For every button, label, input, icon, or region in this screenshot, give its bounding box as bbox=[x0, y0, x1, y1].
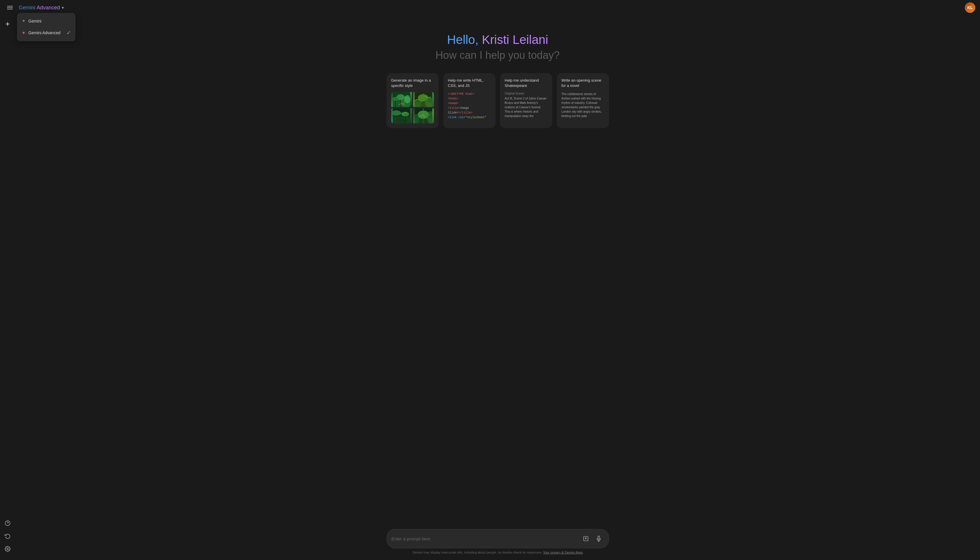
avatar: KL bbox=[965, 2, 975, 13]
prompt-container bbox=[387, 529, 609, 548]
card-shakespeare[interactable]: Help me understand Shakespeare Original … bbox=[500, 73, 552, 128]
gemini-icon: ✦ bbox=[22, 18, 25, 24]
dropdown-advanced-label: Gemini Advanced bbox=[28, 30, 60, 35]
help-button[interactable] bbox=[2, 518, 13, 528]
settings-icon bbox=[5, 546, 10, 552]
microphone-button[interactable] bbox=[593, 533, 604, 544]
gemini-advanced-icon: ✦ bbox=[22, 30, 25, 36]
brand-gemini-label: Gemini bbox=[19, 5, 35, 11]
topbar: Gemini Advanced ▾ KL bbox=[0, 0, 980, 15]
greeting-section: Hello, Kristi Leilani How can I help you… bbox=[435, 33, 560, 62]
hello-text: Hello, bbox=[447, 33, 478, 47]
svg-rect-0 bbox=[7, 6, 13, 7]
sidebar bbox=[0, 15, 15, 560]
dropdown-item-gemini-advanced[interactable]: ✦ Gemini Advanced ✓ bbox=[17, 27, 75, 39]
disclaimer: Gemini may display inaccurate info, incl… bbox=[412, 551, 583, 554]
brand-advanced-label: Advanced bbox=[37, 5, 60, 11]
help-icon bbox=[5, 520, 10, 526]
svg-rect-1 bbox=[7, 7, 13, 8]
dropdown-item-advanced-left: ✦ Gemini Advanced bbox=[22, 30, 60, 36]
new-chat-button[interactable] bbox=[2, 19, 13, 29]
dropdown-item-gemini[interactable]: ✦ Gemini bbox=[17, 15, 75, 27]
greeting-subtitle: How can I help you today? bbox=[435, 49, 560, 62]
jungle-image-3 bbox=[391, 108, 412, 123]
brand-dropdown-icon: ▾ bbox=[62, 5, 64, 10]
card-html-title: Help me write HTML, CSS, and JS bbox=[448, 78, 491, 88]
card-image-gen[interactable]: Generate an image in a specific style bbox=[387, 73, 438, 128]
history-button[interactable] bbox=[2, 531, 13, 541]
card-image-grid bbox=[391, 92, 434, 123]
jungle-svg-1 bbox=[393, 92, 410, 107]
greeting-hello: Hello, Kristi Leilani bbox=[435, 33, 560, 47]
settings-button[interactable] bbox=[2, 543, 13, 554]
card-novel[interactable]: Write an opening scene for a novel The c… bbox=[557, 73, 609, 128]
check-icon: ✓ bbox=[67, 30, 71, 36]
jungle-image-1 bbox=[391, 92, 412, 107]
version-dropdown: ✦ Gemini ✦ Gemini Advanced ✓ bbox=[17, 13, 75, 41]
card-shakespeare-preview: Act III, Scene 2 of Julius Caesar: Brutu… bbox=[505, 96, 548, 118]
card-image-gen-title: Generate an image in a specific style bbox=[391, 78, 434, 88]
upload-icon bbox=[583, 536, 589, 542]
card-novel-preview: The cobblestone streets of Ashton pulsed… bbox=[562, 92, 604, 118]
new-chat-icon bbox=[4, 21, 11, 27]
history-icon bbox=[5, 533, 10, 539]
card-novel-title: Write an opening scene for a novel bbox=[562, 78, 604, 88]
disclaimer-text: Gemini may display inaccurate info, incl… bbox=[412, 551, 542, 554]
jungle-image-2 bbox=[413, 92, 434, 107]
card-shakespeare-title: Help me understand Shakespeare bbox=[505, 78, 548, 88]
upload-button[interactable] bbox=[580, 533, 591, 544]
microphone-icon bbox=[596, 536, 602, 542]
prompt-actions bbox=[580, 533, 604, 544]
suggestion-cards: Generate an image in a specific style bbox=[387, 73, 609, 128]
card-code-preview: <!DOCTYPE html> <html> <head> <title>Ima… bbox=[448, 92, 491, 120]
main-content: Hello, Kristi Leilani How can I help you… bbox=[15, 15, 980, 560]
jungle-svg-2 bbox=[415, 92, 432, 107]
dropdown-item-gemini-left: ✦ Gemini bbox=[22, 18, 41, 24]
card-shakespeare-label: Original Scene: bbox=[505, 92, 548, 95]
topbar-left: Gemini Advanced ▾ bbox=[5, 2, 64, 13]
avatar-button[interactable]: KL bbox=[965, 2, 975, 13]
svg-point-30 bbox=[396, 118, 407, 123]
disclaimer-link[interactable]: Your privacy & Gemini Apps bbox=[543, 551, 583, 554]
brand-title[interactable]: Gemini Advanced ▾ bbox=[19, 5, 64, 11]
prompt-input[interactable] bbox=[392, 536, 580, 541]
card-html-css-js[interactable]: Help me write HTML, CSS, and JS <!DOCTYP… bbox=[443, 73, 495, 128]
sidebar-bottom bbox=[2, 518, 13, 554]
svg-point-7 bbox=[7, 548, 8, 550]
jungle-image-4 bbox=[413, 108, 434, 123]
dropdown-gemini-label: Gemini bbox=[28, 19, 41, 23]
menu-button[interactable] bbox=[5, 2, 15, 13]
greeting-name: Kristi Leilani bbox=[482, 33, 548, 47]
bottom-bar: Gemini may display inaccurate info, incl… bbox=[15, 525, 980, 560]
jungle-svg-3 bbox=[393, 108, 410, 123]
jungle-svg-4 bbox=[415, 108, 432, 123]
svg-rect-2 bbox=[7, 9, 13, 9]
hamburger-icon bbox=[7, 5, 13, 10]
